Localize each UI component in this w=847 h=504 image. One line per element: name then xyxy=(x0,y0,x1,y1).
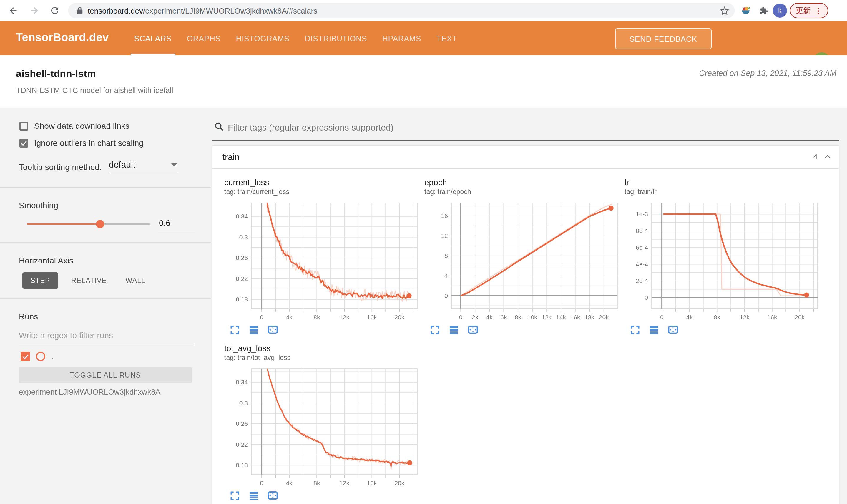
axis-relative-button[interactable]: RELATIVE xyxy=(71,272,107,289)
send-feedback-button[interactable]: SEND FEEDBACK xyxy=(615,28,712,49)
chart-plot-area[interactable]: 02e-44e-46e-48e-41e-304k8k12k16k20k xyxy=(624,197,820,324)
svg-text:12k: 12k xyxy=(339,314,349,321)
svg-text:0: 0 xyxy=(459,314,463,321)
lock-icon xyxy=(76,6,83,15)
chart-toolbar xyxy=(224,325,420,335)
svg-text:0: 0 xyxy=(444,292,448,299)
svg-text:12k: 12k xyxy=(541,314,552,321)
search-icon xyxy=(214,122,224,133)
checkbox-unchecked-icon[interactable] xyxy=(19,122,28,130)
address-bar[interactable]: tensorboard.dev/experiment/LJI9MWUORLOw3… xyxy=(68,3,734,18)
runs-list-icon[interactable] xyxy=(249,325,258,335)
runs-regex-input[interactable]: Write a regex to filter runs xyxy=(19,330,194,345)
extensions-puzzle-icon[interactable] xyxy=(759,6,769,18)
svg-text:0.18: 0.18 xyxy=(236,462,248,468)
checkbox-checked-icon[interactable] xyxy=(19,139,28,147)
smoothing-slider[interactable] xyxy=(27,223,150,224)
url-domain: tensorboard.dev xyxy=(88,6,143,15)
chart-plot-area[interactable]: 0.180.220.260.30.3404k8k12k16k20k xyxy=(224,197,420,324)
fit-domain-icon[interactable] xyxy=(268,325,278,335)
chart-toolbar xyxy=(624,325,820,335)
svg-text:8e-4: 8e-4 xyxy=(636,227,648,234)
bookmark-star-icon[interactable] xyxy=(719,5,730,18)
settings-sidebar: Show data download links Ignore outliers… xyxy=(0,108,211,504)
ignore-outliers-row[interactable]: Ignore outliers in chart scaling xyxy=(19,138,144,148)
tab-text[interactable]: TEXT xyxy=(436,21,457,55)
chart-plot-area[interactable]: 0.180.220.260.30.3404k8k12k16k20k xyxy=(224,363,420,490)
divider xyxy=(0,242,211,243)
svg-text:4e-4: 4e-4 xyxy=(636,261,648,268)
content: Show data download links Ignore outliers… xyxy=(0,108,847,504)
runs-label: Runs xyxy=(19,312,38,321)
expand-chart-icon[interactable] xyxy=(630,325,640,335)
fit-domain-icon[interactable] xyxy=(268,491,278,501)
svg-text:0: 0 xyxy=(644,294,648,301)
svg-text:18k: 18k xyxy=(585,314,594,321)
chart-tag: tag: train/lr xyxy=(624,187,820,196)
divider xyxy=(0,187,211,187)
run-color-ring-icon[interactable] xyxy=(36,352,45,361)
tooltip-sorting-value: default xyxy=(109,159,135,169)
group-header[interactable]: train 4 xyxy=(212,146,839,169)
svg-text:16k: 16k xyxy=(367,480,377,486)
axis-step-button[interactable]: STEP xyxy=(22,272,58,289)
browser-menu-icon[interactable]: ⋮ xyxy=(815,7,822,14)
horizontal-axis-label: Horizontal Axis xyxy=(19,256,73,265)
svg-text:8: 8 xyxy=(444,252,448,259)
svg-text:0.22: 0.22 xyxy=(236,275,248,282)
browser-toolbar: tensorboard.dev/experiment/LJI9MWUORLOw3… xyxy=(0,0,847,21)
svg-text:2e-4: 2e-4 xyxy=(636,277,648,284)
brand-logo[interactable]: TensorBoard.dev xyxy=(16,31,109,44)
tab-graphs[interactable]: GRAPHS xyxy=(187,21,221,55)
expand-chart-icon[interactable] xyxy=(230,491,240,501)
tab-distributions[interactable]: DISTRIBUTIONS xyxy=(305,21,367,55)
checkbox-label: Show data download links xyxy=(34,121,129,130)
show-download-links-row[interactable]: Show data download links xyxy=(19,121,129,130)
runs-list-icon[interactable] xyxy=(649,325,659,335)
tab-hparams[interactable]: HPARAMS xyxy=(382,21,421,55)
tab-histograms[interactable]: HISTOGRAMS xyxy=(236,21,290,55)
experiment-id-label: experiment LJI9MWUORLOw3jkdhxwk8A xyxy=(19,388,160,396)
runs-list-icon[interactable] xyxy=(449,325,459,335)
chevron-down-icon xyxy=(171,163,177,166)
svg-text:6e-4: 6e-4 xyxy=(636,244,648,251)
collapse-chevron-up-icon[interactable] xyxy=(824,153,832,163)
svg-text:8k: 8k xyxy=(714,314,721,321)
group-chart-count: 4 xyxy=(813,146,817,168)
slider-thumb[interactable] xyxy=(96,220,104,228)
forward-icon[interactable] xyxy=(29,5,39,16)
axis-wall-button[interactable]: WALL xyxy=(126,272,146,289)
back-icon[interactable] xyxy=(8,5,19,16)
svg-text:16: 16 xyxy=(441,212,448,219)
chart-plot-area[interactable]: 048121602k4k6k8k10k12k14k16k18k20k xyxy=(425,197,620,324)
chart-title: current_loss xyxy=(224,177,420,187)
smoothing-value-field[interactable]: 0.6 xyxy=(158,218,195,232)
svg-text:4k: 4k xyxy=(286,314,293,321)
chart-toolbar xyxy=(425,325,620,335)
runs-list-icon[interactable] xyxy=(249,491,258,501)
tooltip-sorting-select[interactable]: default xyxy=(109,159,178,174)
app-header: TensorBoard.dev SCALARS GRAPHS HISTOGRAM… xyxy=(0,21,847,55)
fit-domain-icon[interactable] xyxy=(668,325,678,335)
svg-text:12: 12 xyxy=(441,232,448,239)
run-checkbox-checked-icon[interactable] xyxy=(21,352,30,361)
fit-domain-icon[interactable] xyxy=(468,325,478,335)
svg-text:1e-3: 1e-3 xyxy=(636,211,648,217)
scalars-pane: Filter tags (regular expressions support… xyxy=(211,108,847,504)
tab-scalars[interactable]: SCALARS xyxy=(134,21,172,55)
scalar-chart: current_loss tag: train/current_loss 0.1… xyxy=(224,177,420,335)
chrome-update-button[interactable]: 更新 ⋮ xyxy=(790,3,828,18)
expand-chart-icon[interactable] xyxy=(430,325,440,335)
toggle-all-runs-button[interactable]: TOGGLE ALL RUNS xyxy=(19,367,192,383)
svg-text:16k: 16k xyxy=(570,314,581,321)
experiment-name: aishell-tdnn-lstm xyxy=(16,68,96,80)
browser-profile-avatar[interactable]: k xyxy=(773,3,787,18)
reload-icon[interactable] xyxy=(49,5,60,16)
expand-chart-icon[interactable] xyxy=(230,325,240,335)
checkbox-label: Ignore outliers in chart scaling xyxy=(34,138,144,148)
extension-app-icon[interactable] xyxy=(741,6,750,18)
horizontal-axis-toggle: STEP RELATIVE WALL xyxy=(22,272,145,289)
svg-text:20k: 20k xyxy=(599,314,609,321)
input-underline xyxy=(212,140,839,141)
svg-text:20k: 20k xyxy=(394,314,404,321)
